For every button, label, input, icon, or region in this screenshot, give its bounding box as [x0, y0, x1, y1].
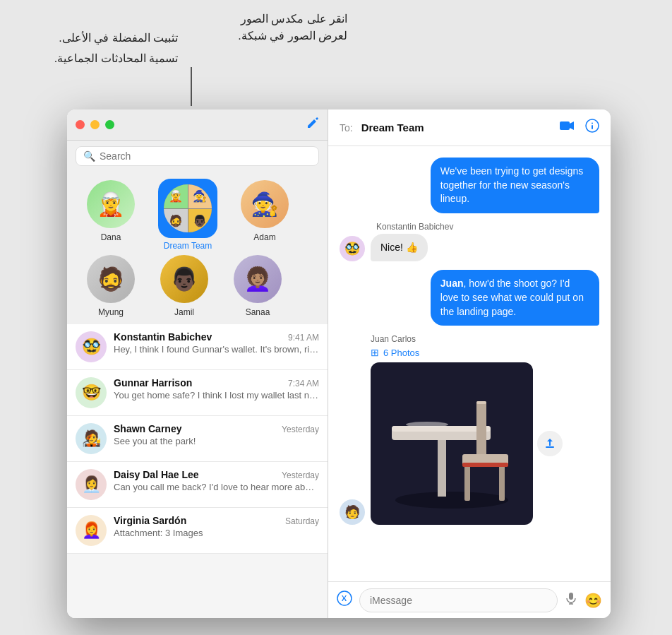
dana-avatar-wrapper: 🧝 [85, 179, 136, 230]
gunnar-avatar: 🤓 [76, 377, 107, 408]
svg-rect-13 [476, 401, 486, 404]
photo-count-text[interactable]: 6 Photos [383, 348, 419, 358]
daisy-time: Yesterday [282, 470, 319, 480]
jamil-avatar-wrapper: 👨🏿 [159, 254, 210, 304]
myung-avatar: 🧔 [87, 255, 135, 303]
minimize-button[interactable] [90, 120, 100, 129]
photo-share-button[interactable] [537, 431, 563, 456]
sidebar: 🔍 🧝 Dana 🧝 🧙 🧔 👨🏿 [67, 109, 328, 618]
virginia-content: Virginia Sardón Saturday Attachment: 3 I… [114, 515, 319, 538]
adam-name: Adam [253, 232, 275, 242]
virginia-header: Virginia Sardón Saturday [114, 515, 319, 526]
virginia-time: Saturday [285, 516, 319, 526]
pinned-contact-myung[interactable]: 🧔 Myung [76, 254, 146, 317]
compose-button[interactable] [306, 117, 319, 133]
message-input-bar: 😊 [328, 581, 611, 618]
message-received-konstantin: Konstantin Babichev 🥸 Nice! 👍 [340, 222, 599, 262]
jamil-name: Jamil [174, 307, 194, 317]
ga-cell-3: 🧔 [164, 209, 188, 233]
gunnar-time: 7:34 AM [288, 379, 319, 388]
svg-rect-2 [592, 125, 593, 129]
pinned-contact-jamil[interactable]: 👨🏿 Jamil [149, 254, 220, 317]
myung-avatar-wrapper: 🧔 [85, 254, 136, 304]
chat-panel: To: Dream Team [328, 109, 611, 618]
bubble-received-konstantin: Nice! 👍 [371, 234, 428, 262]
ga-cell-4: 👨🏿 [188, 209, 212, 233]
message-sent-2: Juan, how'd the shoot go? I'd love to se… [340, 270, 599, 326]
konstantin-content: Konstantin Babichev 9:41 AM Hey, I think… [114, 331, 319, 355]
konstantin-msg-avatar: 🥸 [340, 236, 365, 261]
dreamteam-avatar-bg: 🧝 🧙 🧔 👨🏿 [158, 179, 217, 238]
pinned-contact-dana[interactable]: 🧝 Dana [76, 179, 146, 251]
pinned-contact-adam[interactable]: 🧙 Adam [229, 179, 300, 251]
pinned-contacts: 🧝 Dana 🧝 🧙 🧔 👨🏿 Dream Team [67, 172, 328, 324]
konstantin-msg-sender: Konstantin Babichev [376, 222, 599, 232]
maximize-button[interactable] [105, 120, 114, 129]
konstantin-avatar: 🥸 [76, 331, 107, 362]
bubble-sent-1: We've been trying to get designs togethe… [431, 158, 599, 213]
shawn-time: Yesterday [282, 425, 319, 434]
titlebar [67, 109, 328, 141]
virginia-avatar: 👩‍🦰 [76, 515, 107, 546]
svg-rect-8 [438, 440, 446, 497]
dreamteam-name: Dream Team [164, 241, 212, 251]
svg-rect-18 [569, 593, 573, 600]
close-button[interactable] [76, 120, 85, 129]
conv-item-daisy[interactable]: 👩‍💼 Daisy Dal Hae Lee Yesterday Can you … [67, 462, 328, 508]
photo-image-container[interactable] [371, 362, 533, 525]
gunnar-name: Gunnar Harrison [114, 377, 192, 388]
annotation-arrow [191, 67, 192, 106]
conv-item-gunnar[interactable]: 🤓 Gunnar Harrison 7:34 AM You get home s… [67, 370, 328, 416]
info-button[interactable] [585, 119, 599, 136]
pinned-contact-dreamteam[interactable]: 🧝 🧙 🧔 👨🏿 Dream Team [149, 179, 227, 251]
adam-avatar: 🧙 [241, 180, 289, 228]
virginia-preview: Attachment: 3 Images [114, 528, 319, 538]
bubble-sent-2: Juan, how'd the shoot go? I'd love to se… [431, 270, 599, 326]
conv-item-shawn[interactable]: 🧑‍🎤 Shawn Carney Yesterday See you at th… [67, 416, 328, 462]
myung-name: Myung [98, 307, 124, 317]
konstantin-time: 9:41 AM [288, 333, 319, 343]
search-wrapper: 🔍 [76, 146, 319, 166]
konstantin-name: Konstantin Babichev [114, 331, 212, 343]
video-call-button[interactable] [560, 120, 575, 135]
chat-header-icons [560, 119, 599, 136]
annotation-left: تثبيت المفضلة في الأعلى. تسمية المحادثات… [54, 28, 178, 69]
svg-point-3 [592, 123, 593, 124]
grid-photos-icon: ⊞ [371, 347, 379, 358]
daisy-name: Daisy Dal Hae Lee [114, 469, 199, 480]
annotation-right: انقر على مكدس الصور لعرض الصور في شبكة. [238, 11, 347, 44]
ga-cell-1: 🧝 [164, 184, 188, 208]
svg-rect-7 [392, 426, 491, 432]
daisy-header: Daisy Dal Hae Lee Yesterday [114, 469, 319, 480]
shawn-name: Shawn Carney [114, 423, 181, 434]
shawn-preview: See you at the park! [114, 436, 319, 446]
svg-point-5 [395, 492, 508, 509]
konstantin-header: Konstantin Babichev 9:41 AM [114, 331, 319, 343]
svg-rect-12 [499, 465, 505, 501]
virginia-name: Virginia Sardón [114, 515, 186, 526]
annotations: انقر على مكدس الصور لعرض الصور في شبكة. … [0, 0, 672, 109]
dictate-button[interactable] [565, 592, 577, 608]
svg-rect-0 [560, 121, 570, 130]
search-bar: 🔍 [67, 141, 328, 172]
gunnar-preview: You get home safe? I think I lost my wal… [114, 390, 319, 400]
chat-title: Dream Team [361, 121, 554, 133]
juancarlos-msg-avatar: 🧑 [340, 499, 365, 525]
ga-cell-2: 🧙 [188, 184, 212, 208]
appstore-button[interactable] [337, 591, 352, 610]
photo-image [371, 362, 533, 525]
messages-area: We've been trying to get designs togethe… [328, 146, 611, 581]
daisy-content: Daisy Dal Hae Lee Yesterday Can you call… [114, 469, 319, 492]
gunnar-content: Gunnar Harrison 7:34 AM You get home saf… [114, 377, 319, 400]
emoji-button[interactable]: 😊 [584, 592, 602, 609]
dana-avatar: 🧝 [87, 180, 135, 228]
konstantin-msg-row: 🥸 Nice! 👍 [340, 234, 599, 262]
message-input[interactable] [359, 588, 558, 612]
sanaa-avatar-wrapper: 👩🏽‍🦱 [232, 254, 283, 304]
conv-item-konstantin[interactable]: 🥸 Konstantin Babichev 9:41 AM Hey, I thi… [67, 324, 328, 370]
svg-rect-11 [464, 465, 470, 501]
conv-item-virginia[interactable]: 👩‍🦰 Virginia Sardón Saturday Attachment:… [67, 508, 328, 554]
pinned-contact-sanaa[interactable]: 👩🏽‍🦱 Sanaa [222, 254, 293, 317]
juancarlos-sender-name: Juan Carlos [371, 334, 533, 344]
search-input[interactable] [100, 150, 311, 162]
